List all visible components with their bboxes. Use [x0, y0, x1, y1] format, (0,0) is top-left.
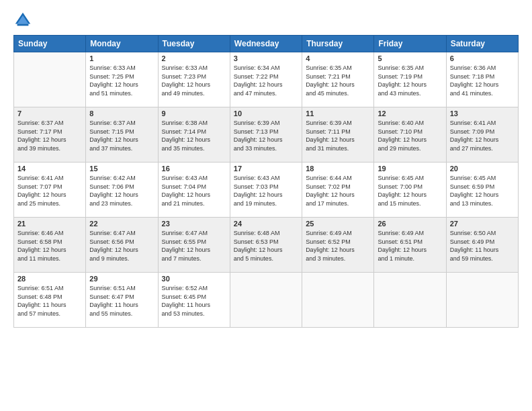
day-info: Sunrise: 6:45 AM Sunset: 7:00 PM Dayligh… [378, 174, 442, 208]
calendar-cell: 3Sunrise: 6:34 AM Sunset: 7:22 PM Daylig… [230, 52, 302, 107]
calendar-header: SundayMondayTuesdayWednesdayThursdayFrid… [14, 36, 519, 52]
day-number: 18 [306, 165, 370, 173]
week-row-3: 21Sunrise: 6:46 AM Sunset: 6:58 PM Dayli… [14, 218, 519, 273]
day-info: Sunrise: 6:35 AM Sunset: 7:19 PM Dayligh… [378, 64, 442, 97]
calendar-cell: 18Sunrise: 6:44 AM Sunset: 7:02 PM Dayli… [302, 163, 374, 218]
calendar-cell [14, 52, 86, 107]
day-number: 24 [234, 220, 298, 228]
week-row-4: 28Sunrise: 6:51 AM Sunset: 6:48 PM Dayli… [14, 273, 519, 328]
day-info: Sunrise: 6:46 AM Sunset: 6:58 PM Dayligh… [17, 229, 82, 263]
day-number: 23 [162, 220, 226, 228]
calendar-cell: 6Sunrise: 6:36 AM Sunset: 7:18 PM Daylig… [446, 52, 518, 107]
page: SundayMondayTuesdayWednesdayThursdayFrid… [0, 0, 532, 411]
day-header-thursday: Thursday [302, 36, 374, 52]
day-number: 28 [17, 275, 82, 283]
day-info: Sunrise: 6:47 AM Sunset: 6:55 PM Dayligh… [162, 229, 226, 263]
calendar-cell [230, 273, 302, 328]
day-header-wednesday: Wednesday [230, 36, 302, 52]
day-info: Sunrise: 6:39 AM Sunset: 7:11 PM Dayligh… [306, 119, 370, 152]
day-number: 7 [17, 109, 82, 118]
day-number: 6 [450, 54, 515, 62]
day-info: Sunrise: 6:35 AM Sunset: 7:21 PM Dayligh… [306, 64, 370, 97]
day-info: Sunrise: 6:34 AM Sunset: 7:22 PM Dayligh… [234, 64, 298, 97]
calendar-cell: 11Sunrise: 6:39 AM Sunset: 7:11 PM Dayli… [302, 107, 374, 163]
calendar-cell: 27Sunrise: 6:50 AM Sunset: 6:49 PM Dayli… [446, 218, 518, 273]
day-info: Sunrise: 6:33 AM Sunset: 7:25 PM Dayligh… [89, 64, 154, 97]
calendar-cell: 15Sunrise: 6:42 AM Sunset: 7:06 PM Dayli… [86, 163, 158, 218]
day-info: Sunrise: 6:44 AM Sunset: 7:02 PM Dayligh… [306, 174, 370, 208]
calendar-table: SundayMondayTuesdayWednesdayThursdayFrid… [13, 35, 519, 328]
day-number: 8 [89, 109, 154, 118]
day-number: 17 [234, 165, 298, 173]
day-info: Sunrise: 6:36 AM Sunset: 7:18 PM Dayligh… [450, 64, 515, 97]
calendar-cell: 8Sunrise: 6:37 AM Sunset: 7:15 PM Daylig… [86, 107, 158, 163]
calendar-body: 1Sunrise: 6:33 AM Sunset: 7:25 PM Daylig… [14, 52, 519, 328]
day-number: 4 [306, 54, 370, 62]
week-row-1: 7Sunrise: 6:37 AM Sunset: 7:17 PM Daylig… [14, 107, 519, 163]
day-number: 22 [89, 220, 154, 228]
day-header-tuesday: Tuesday [158, 36, 230, 52]
logo [13, 11, 35, 30]
day-info: Sunrise: 6:33 AM Sunset: 7:23 PM Dayligh… [162, 64, 226, 97]
day-number: 26 [378, 220, 442, 228]
calendar-cell [302, 273, 374, 328]
week-row-0: 1Sunrise: 6:33 AM Sunset: 7:25 PM Daylig… [14, 52, 519, 107]
calendar-cell: 9Sunrise: 6:38 AM Sunset: 7:14 PM Daylig… [158, 107, 230, 163]
day-number: 19 [378, 165, 442, 173]
logo-icon [13, 11, 32, 30]
calendar-cell: 12Sunrise: 6:40 AM Sunset: 7:10 PM Dayli… [374, 107, 446, 163]
calendar-cell: 14Sunrise: 6:41 AM Sunset: 7:07 PM Dayli… [14, 163, 86, 218]
header [13, 11, 519, 30]
calendar-cell: 24Sunrise: 6:48 AM Sunset: 6:53 PM Dayli… [230, 218, 302, 273]
calendar-cell: 21Sunrise: 6:46 AM Sunset: 6:58 PM Dayli… [14, 218, 86, 273]
day-header-monday: Monday [86, 36, 158, 52]
day-number: 25 [306, 220, 370, 228]
day-info: Sunrise: 6:49 AM Sunset: 6:52 PM Dayligh… [306, 229, 370, 263]
calendar-cell: 7Sunrise: 6:37 AM Sunset: 7:17 PM Daylig… [14, 107, 86, 163]
day-number: 3 [234, 54, 298, 62]
day-info: Sunrise: 6:51 AM Sunset: 6:47 PM Dayligh… [89, 284, 154, 318]
calendar-cell: 17Sunrise: 6:43 AM Sunset: 7:03 PM Dayli… [230, 163, 302, 218]
day-number: 5 [378, 54, 442, 62]
calendar-cell: 22Sunrise: 6:47 AM Sunset: 6:56 PM Dayli… [86, 218, 158, 273]
day-number: 9 [162, 109, 226, 118]
day-header-sunday: Sunday [14, 36, 86, 52]
calendar-cell: 30Sunrise: 6:52 AM Sunset: 6:45 PM Dayli… [158, 273, 230, 328]
calendar-cell: 19Sunrise: 6:45 AM Sunset: 7:00 PM Dayli… [374, 163, 446, 218]
day-number: 21 [17, 220, 82, 228]
calendar-cell: 25Sunrise: 6:49 AM Sunset: 6:52 PM Dayli… [302, 218, 374, 273]
day-info: Sunrise: 6:38 AM Sunset: 7:14 PM Dayligh… [162, 119, 226, 152]
calendar-cell: 16Sunrise: 6:43 AM Sunset: 7:04 PM Dayli… [158, 163, 230, 218]
day-info: Sunrise: 6:37 AM Sunset: 7:17 PM Dayligh… [17, 119, 82, 152]
day-number: 1 [89, 54, 154, 62]
calendar-cell: 13Sunrise: 6:41 AM Sunset: 7:09 PM Dayli… [446, 107, 518, 163]
svg-rect-2 [17, 24, 29, 26]
calendar-cell: 20Sunrise: 6:45 AM Sunset: 6:59 PM Dayli… [446, 163, 518, 218]
day-info: Sunrise: 6:45 AM Sunset: 6:59 PM Dayligh… [450, 174, 515, 208]
calendar-cell: 1Sunrise: 6:33 AM Sunset: 7:25 PM Daylig… [86, 52, 158, 107]
day-number: 13 [450, 109, 515, 118]
day-info: Sunrise: 6:48 AM Sunset: 6:53 PM Dayligh… [234, 229, 298, 263]
day-header-saturday: Saturday [446, 36, 518, 52]
day-info: Sunrise: 6:40 AM Sunset: 7:10 PM Dayligh… [378, 119, 442, 152]
day-number: 29 [89, 275, 154, 283]
day-number: 12 [378, 109, 442, 118]
day-info: Sunrise: 6:49 AM Sunset: 6:51 PM Dayligh… [378, 229, 442, 263]
day-info: Sunrise: 6:42 AM Sunset: 7:06 PM Dayligh… [89, 174, 154, 208]
calendar-cell: 5Sunrise: 6:35 AM Sunset: 7:19 PM Daylig… [374, 52, 446, 107]
day-info: Sunrise: 6:51 AM Sunset: 6:48 PM Dayligh… [17, 284, 82, 318]
day-number: 27 [450, 220, 515, 228]
calendar-cell: 28Sunrise: 6:51 AM Sunset: 6:48 PM Dayli… [14, 273, 86, 328]
day-number: 2 [162, 54, 226, 62]
day-number: 20 [450, 165, 515, 173]
day-info: Sunrise: 6:39 AM Sunset: 7:13 PM Dayligh… [234, 119, 298, 152]
day-number: 10 [234, 109, 298, 118]
header-row: SundayMondayTuesdayWednesdayThursdayFrid… [14, 36, 519, 52]
calendar-cell: 2Sunrise: 6:33 AM Sunset: 7:23 PM Daylig… [158, 52, 230, 107]
day-number: 16 [162, 165, 226, 173]
day-info: Sunrise: 6:43 AM Sunset: 7:04 PM Dayligh… [162, 174, 226, 208]
calendar-cell: 4Sunrise: 6:35 AM Sunset: 7:21 PM Daylig… [302, 52, 374, 107]
day-number: 30 [162, 275, 226, 283]
calendar-cell [446, 273, 518, 328]
day-info: Sunrise: 6:50 AM Sunset: 6:49 PM Dayligh… [450, 229, 515, 263]
